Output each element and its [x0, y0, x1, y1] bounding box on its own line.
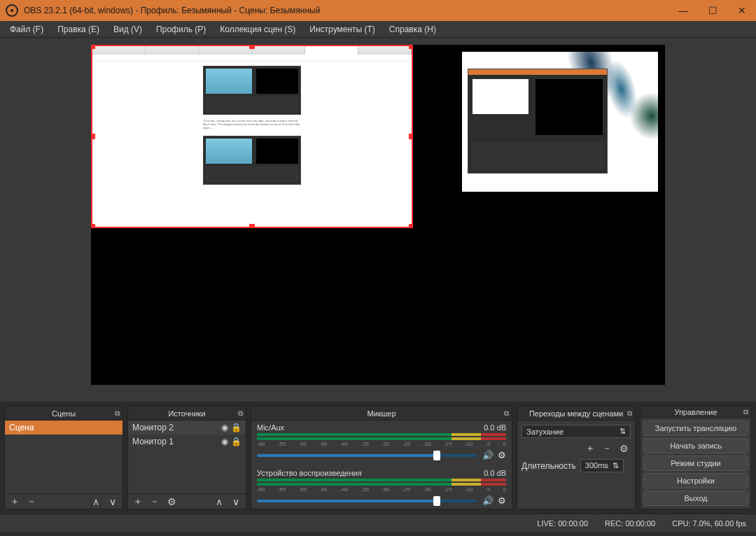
duration-value: 300ms — [585, 461, 608, 470]
speaker-icon[interactable]: 🔊 — [482, 495, 493, 506]
status-rec: REC: 00:00:00 — [605, 519, 655, 528]
controls-title: Управление — [674, 408, 717, 416]
tick: -25 — [402, 441, 411, 447]
tick: -45 — [319, 441, 328, 447]
maximize-button[interactable]: ☐ — [704, 5, 721, 16]
source-properties-button[interactable]: ⚙ — [164, 495, 178, 508]
mixer-title: Микшер — [367, 409, 396, 418]
audio-meter — [257, 433, 506, 436]
mixer-channel: Mic/Aux 0.0 dB -60 -55 -50 -45 -40 -35 -… — [251, 421, 512, 466]
source-item[interactable]: Монитор 1 ◉ 🔒 — [128, 435, 246, 449]
scenes-title: Сцены — [52, 409, 76, 418]
popout-icon[interactable]: ⧉ — [627, 409, 632, 418]
resize-handle[interactable] — [91, 134, 95, 139]
menu-edit[interactable]: Правка (E) — [52, 23, 105, 36]
menu-scene-collection[interactable]: Коллекция сцен (S) — [214, 23, 301, 36]
menu-profile[interactable]: Профиль (P) — [150, 23, 211, 36]
popout-icon[interactable]: ⧉ — [238, 409, 243, 418]
tick: 0 — [503, 441, 505, 447]
visibility-icon[interactable]: ◉ — [221, 437, 228, 446]
window-title: OBS 23.2.1 (64-bit, windows) - Профиль: … — [24, 6, 675, 15]
close-button[interactable]: ✕ — [734, 5, 750, 16]
resize-handle[interactable] — [249, 224, 255, 228]
app-icon — [6, 4, 18, 17]
transition-select[interactable]: Затухание ⇅ — [522, 425, 631, 438]
audio-meter — [257, 437, 506, 440]
resize-handle[interactable] — [409, 224, 413, 228]
move-scene-down-button[interactable]: ∨ — [106, 495, 120, 508]
add-source-button[interactable]: ＋ — [131, 495, 145, 508]
start-streaming-button[interactable]: Запустить трансляцию — [643, 421, 748, 436]
add-transition-button[interactable]: ＋ — [583, 442, 597, 455]
sources-header: Источники ⧉ — [128, 407, 246, 421]
move-source-down-button[interactable]: ∨ — [229, 495, 243, 508]
tick: -15 — [444, 441, 452, 447]
menu-tools[interactable]: Инструменты (T) — [304, 23, 380, 36]
remove-source-button[interactable]: － — [148, 495, 162, 508]
transition-properties-button[interactable]: ⚙ — [617, 442, 631, 455]
scenes-list: Сцена — [5, 421, 122, 493]
volume-slider[interactable] — [257, 454, 477, 457]
source-preview-monitor1[interactable] — [462, 52, 658, 192]
tick: -60 — [257, 441, 265, 447]
mixer-panel: Микшер ⧉ Mic/Aux 0.0 dB -60 -55 -50 -45 … — [251, 406, 512, 509]
scenes-header: Сцены ⧉ — [5, 407, 122, 421]
transitions-header: Переходы между сценами ⧉ — [517, 407, 635, 421]
duration-input[interactable]: 300ms ⇅ — [580, 459, 624, 472]
chevron-updown-icon: ⇅ — [612, 461, 619, 470]
popout-icon[interactable]: ⧉ — [504, 409, 509, 418]
menu-file[interactable]: Файл (F) — [4, 23, 49, 36]
tick: -30 — [382, 441, 390, 447]
status-cpu: CPU: 7.0%, 60.00 fps — [672, 519, 746, 528]
tick: -30 — [382, 486, 390, 493]
controls-panel: Управление ⧉ Запустить трансляцию Начать… — [640, 406, 752, 509]
lock-icon[interactable]: 🔒 — [231, 423, 241, 432]
gear-icon[interactable]: ⚙ — [498, 495, 506, 506]
start-recording-button[interactable]: Начать запись — [643, 438, 748, 453]
menu-help[interactable]: Справка (H) — [384, 23, 442, 36]
tick: -35 — [360, 441, 369, 447]
resize-handle[interactable] — [91, 45, 95, 49]
meter-ticks: -60 -55 -50 -45 -40 -35 -30 -25 -20 -15 … — [257, 441, 506, 447]
mixer-header: Микшер ⧉ — [251, 407, 512, 421]
mixer-channel: Устройство воспроизведения 0.0 dB -60 -5… — [251, 466, 512, 509]
controls-header: Управление ⧉ — [640, 407, 751, 418]
tick: -25 — [402, 486, 411, 493]
scenes-panel: Сцены ⧉ Сцена ＋ － ∧ ∨ — [4, 406, 123, 509]
resize-handle[interactable] — [409, 45, 413, 49]
scene-item[interactable]: Сцена — [5, 421, 122, 435]
titlebar: OBS 23.2.1 (64-bit, windows) - Профиль: … — [0, 0, 756, 21]
studio-mode-button[interactable]: Режим студии — [643, 456, 748, 471]
selected-source-monitor2[interactable]: To do this, simply click on a screen fro… — [91, 45, 413, 228]
remove-scene-button[interactable]: － — [24, 495, 38, 508]
tick: -5 — [485, 441, 490, 447]
exit-button[interactable]: Выход — [643, 491, 748, 506]
source-item[interactable]: Монитор 2 ◉ 🔒 — [128, 421, 246, 435]
panel-row: Сцены ⧉ Сцена ＋ － ∧ ∨ Источники ⧉ Монито… — [0, 402, 756, 514]
lock-icon[interactable]: 🔒 — [231, 437, 241, 446]
move-source-up-button[interactable]: ∧ — [212, 495, 226, 508]
tick: -40 — [340, 486, 349, 493]
remove-transition-button[interactable]: － — [600, 442, 614, 455]
minimize-button[interactable]: — — [675, 5, 692, 16]
resize-handle[interactable] — [249, 45, 255, 49]
gear-icon[interactable]: ⚙ — [498, 450, 506, 460]
menu-view[interactable]: Вид (V) — [108, 23, 148, 36]
tick: -35 — [360, 486, 369, 493]
tick: -15 — [444, 486, 452, 493]
volume-slider[interactable] — [257, 500, 477, 502]
mixer-ch-db: 0.0 dB — [484, 469, 506, 477]
transitions-title: Переходы между сценами — [529, 409, 623, 418]
visibility-icon[interactable]: ◉ — [221, 423, 228, 432]
add-scene-button[interactable]: ＋ — [8, 495, 22, 508]
move-scene-up-button[interactable]: ∧ — [89, 495, 103, 508]
transition-selected: Затухание — [526, 428, 564, 436]
settings-button[interactable]: Настройки — [643, 473, 748, 488]
popout-icon[interactable]: ⧉ — [743, 408, 748, 416]
popout-icon[interactable]: ⧉ — [115, 409, 120, 418]
preview-canvas[interactable]: To do this, simply click on a screen fro… — [91, 45, 665, 385]
speaker-icon[interactable]: 🔊 — [482, 450, 493, 460]
audio-meter — [257, 479, 506, 481]
resize-handle[interactable] — [91, 224, 95, 228]
resize-handle[interactable] — [409, 134, 413, 139]
